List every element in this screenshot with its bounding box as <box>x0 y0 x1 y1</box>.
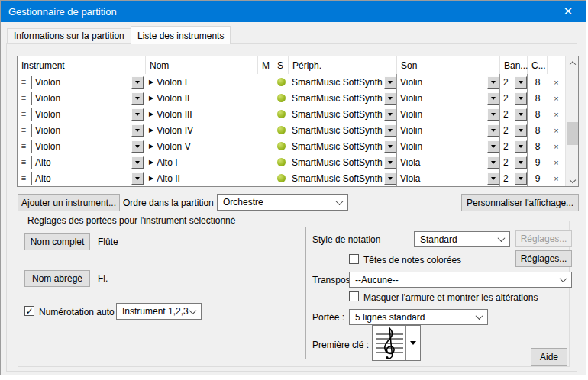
solo-cell[interactable] <box>273 122 289 138</box>
expand-arrow-icon[interactable]: ▶ <box>149 127 153 134</box>
mute-cell[interactable] <box>258 170 273 186</box>
bank-select[interactable]: 2 <box>500 76 527 89</box>
drag-handle-icon[interactable]: ≡ <box>21 110 26 118</box>
device-select[interactable]: SmartMusic SoftSynth <box>289 156 396 169</box>
transposition-select[interactable]: --Aucune-- <box>349 272 572 288</box>
help-button[interactable]: Aide <box>531 348 567 366</box>
dropdown-arrow-icon[interactable] <box>384 108 396 121</box>
mute-cell[interactable] <box>258 154 273 170</box>
solo-cell[interactable] <box>273 138 289 154</box>
delete-icon[interactable]: × <box>548 74 565 90</box>
dropdown-arrow-icon[interactable] <box>406 326 420 360</box>
bank-select[interactable]: 2 <box>500 92 527 105</box>
bank-select[interactable]: 2 <box>500 140 527 153</box>
scroll-up-icon[interactable] <box>566 56 579 69</box>
dropdown-arrow-icon[interactable] <box>384 156 396 169</box>
sound-select[interactable]: Violin <box>397 76 499 89</box>
mute-cell[interactable] <box>258 90 273 106</box>
mute-cell[interactable] <box>258 122 273 138</box>
table-scrollbar[interactable] <box>565 56 578 186</box>
solo-cell[interactable] <box>273 106 289 122</box>
dropdown-arrow-icon[interactable] <box>515 156 527 169</box>
score-order-select[interactable]: Orchestre <box>217 194 348 211</box>
bank-select[interactable]: 2 <box>500 124 527 137</box>
bank-select[interactable]: 2 <box>500 156 527 169</box>
device-select[interactable]: SmartMusic SoftSynth <box>289 172 396 185</box>
dropdown-arrow-icon[interactable] <box>487 140 499 153</box>
dropdown-arrow-icon[interactable] <box>515 76 527 89</box>
staff-name-cell[interactable]: ▶Alto I <box>146 154 258 170</box>
expand-arrow-icon[interactable]: ▶ <box>149 159 153 166</box>
delete-icon[interactable]: × <box>548 90 565 106</box>
instrument-select[interactable]: Violon <box>31 108 144 121</box>
dropdown-arrow-icon[interactable] <box>131 76 144 89</box>
auto-numbering-checkbox[interactable]: ✓ <box>24 306 34 316</box>
dropdown-arrow-icon[interactable] <box>384 140 396 153</box>
close-icon[interactable]: ✕ <box>551 1 586 22</box>
dropdown-arrow-icon[interactable] <box>131 92 144 105</box>
expand-arrow-icon[interactable]: ▶ <box>149 79 153 85</box>
drag-handle-icon[interactable]: ≡ <box>21 174 26 182</box>
first-clef-select[interactable] <box>372 325 421 361</box>
delete-icon[interactable]: × <box>548 106 565 122</box>
dropdown-arrow-icon[interactable] <box>131 156 144 169</box>
device-select[interactable]: SmartMusic SoftSynth <box>289 124 396 137</box>
instrument-select[interactable]: Alto <box>31 172 144 185</box>
instrument-select[interactable]: Alto <box>31 156 144 169</box>
dropdown-arrow-icon[interactable] <box>515 172 527 185</box>
mute-cell[interactable] <box>258 74 273 90</box>
dropdown-arrow-icon[interactable] <box>515 108 527 121</box>
delete-icon[interactable]: × <box>548 154 565 170</box>
solo-cell[interactable] <box>273 90 289 106</box>
tab-score-info[interactable]: Informations sur la partition <box>7 28 131 43</box>
staff-name-cell[interactable]: ▶Violon II <box>146 90 258 106</box>
dropdown-arrow-icon[interactable] <box>131 124 144 137</box>
bank-select[interactable]: 2 <box>500 172 527 185</box>
dropdown-arrow-icon[interactable] <box>384 124 396 137</box>
device-select[interactable]: SmartMusic SoftSynth <box>289 92 396 105</box>
delete-icon[interactable]: × <box>548 170 565 186</box>
device-select[interactable]: SmartMusic SoftSynth <box>289 76 396 89</box>
staff-name-cell[interactable]: ▶Alto II <box>146 170 258 186</box>
dropdown-arrow-icon[interactable] <box>515 140 527 153</box>
mute-cell[interactable] <box>258 138 273 154</box>
abbr-name-button[interactable]: Nom abrégé <box>24 270 90 287</box>
expand-arrow-icon[interactable]: ▶ <box>149 143 153 150</box>
noteheads-settings-button[interactable]: Réglages... <box>515 250 572 267</box>
device-select[interactable]: SmartMusic SoftSynth <box>289 140 396 153</box>
sound-select[interactable]: Violin <box>397 124 499 137</box>
dropdown-arrow-icon[interactable] <box>384 172 396 185</box>
instrument-select[interactable]: Violon <box>31 76 144 89</box>
drag-handle-icon[interactable]: ≡ <box>21 142 26 150</box>
dropdown-arrow-icon[interactable] <box>131 172 144 185</box>
sound-select[interactable]: Violin <box>397 92 499 105</box>
full-name-button[interactable]: Nom complet <box>24 233 90 250</box>
device-select[interactable]: SmartMusic SoftSynth <box>289 108 396 121</box>
add-instrument-button[interactable]: Ajouter un instrument... <box>18 194 120 211</box>
auto-numbering-select[interactable]: Instrument 1,2,3 <box>116 303 202 320</box>
drag-handle-icon[interactable]: ≡ <box>21 94 26 102</box>
staff-name-cell[interactable]: ▶Violon I <box>146 74 258 90</box>
mute-cell[interactable] <box>258 106 273 122</box>
hide-key-checkbox[interactable] <box>349 291 359 301</box>
solo-cell[interactable] <box>273 154 289 170</box>
dropdown-arrow-icon[interactable] <box>384 92 396 105</box>
instrument-select[interactable]: Violon <box>31 124 144 137</box>
drag-handle-icon[interactable]: ≡ <box>21 158 26 166</box>
dropdown-arrow-icon[interactable] <box>515 124 527 137</box>
solo-cell[interactable] <box>273 74 289 90</box>
expand-arrow-icon[interactable]: ▶ <box>149 176 153 182</box>
bank-select[interactable]: 2 <box>500 108 527 121</box>
staff-type-select[interactable]: 5 lignes standard <box>349 309 488 325</box>
instrument-select[interactable]: Violon <box>31 140 144 153</box>
tab-instrument-list[interactable]: Liste des instruments <box>131 26 231 44</box>
dropdown-arrow-icon[interactable] <box>487 156 499 169</box>
staff-name-cell[interactable]: ▶Violon V <box>146 138 258 154</box>
dropdown-arrow-icon[interactable] <box>487 172 499 185</box>
dropdown-arrow-icon[interactable] <box>487 76 499 89</box>
staff-name-cell[interactable]: ▶Violon IV <box>146 122 258 138</box>
instrument-select[interactable]: Violon <box>31 92 144 105</box>
dropdown-arrow-icon[interactable] <box>515 92 527 105</box>
scrollbar-thumb[interactable] <box>567 122 578 145</box>
sound-select[interactable]: Viola <box>397 156 499 169</box>
